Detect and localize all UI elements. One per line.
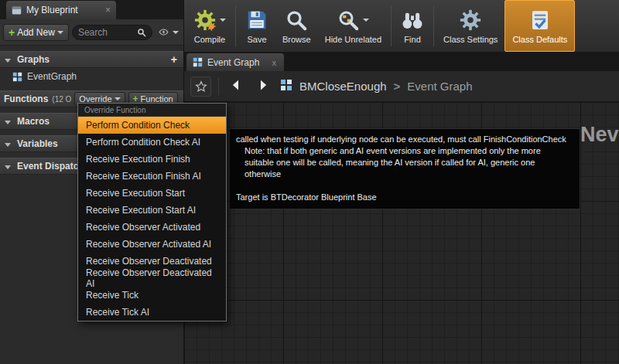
menu-item-receive-observer-deactivated-ai[interactable]: Receive Observer Deactivated AI bbox=[78, 270, 226, 287]
breadcrumb-chevron: > bbox=[394, 80, 401, 93]
find-label: Find bbox=[404, 35, 420, 44]
toolbar-separator bbox=[433, 5, 434, 46]
back-button[interactable] bbox=[226, 78, 246, 94]
arrow-right-icon bbox=[255, 78, 271, 92]
menu-item-receive-execution-finish[interactable]: Receive Execution Finish bbox=[78, 151, 226, 168]
macros-label: Macros bbox=[17, 116, 50, 127]
menu-item-receive-execution-start-ai[interactable]: Receive Execution Start AI bbox=[78, 202, 226, 219]
add-new-button[interactable]: + Add New bbox=[3, 24, 69, 41]
add-graph-icon[interactable]: + bbox=[171, 53, 180, 66]
eye-icon bbox=[157, 27, 170, 37]
tree-item-eventgraph[interactable]: EventGraph bbox=[0, 68, 183, 85]
expander-down-icon[interactable] bbox=[5, 143, 11, 147]
menu-item-receive-tick[interactable]: Receive Tick bbox=[78, 287, 226, 304]
toolbar-separator bbox=[235, 5, 236, 46]
menu-item-perform-condition-check-ai[interactable]: Perform Condition Check AI bbox=[78, 134, 226, 151]
graph-canvas[interactable]: Nev called when testing if underlying no… bbox=[184, 102, 619, 364]
eventgraph-label: EventGraph bbox=[27, 71, 77, 82]
menu-item-receive-observer-activated[interactable]: Receive Observer Activated bbox=[78, 219, 226, 236]
search-input[interactable] bbox=[78, 27, 134, 38]
close-tab-icon[interactable]: x bbox=[272, 58, 276, 67]
class-settings-gear-icon bbox=[459, 9, 482, 32]
expander-down-icon[interactable] bbox=[5, 59, 11, 63]
variables-label: Variables bbox=[17, 138, 58, 149]
graphs-label: Graphs bbox=[17, 54, 50, 65]
my-blueprint-tab-title: My Blueprint bbox=[26, 5, 78, 15]
search-box[interactable] bbox=[72, 25, 152, 40]
browse-magnifier-icon bbox=[285, 9, 308, 32]
override-tooltip: called when testing if underlying node c… bbox=[229, 128, 580, 209]
plus-icon: + bbox=[9, 27, 15, 38]
menu-item-receive-observer-activated-ai[interactable]: Receive Observer Activated AI bbox=[78, 236, 226, 253]
chevron-down-icon bbox=[57, 31, 63, 34]
browse-label: Browse bbox=[282, 35, 311, 44]
chevron-down-icon bbox=[173, 31, 179, 34]
class-defaults-label: Class Defaults bbox=[512, 35, 567, 44]
menu-item-perform-condition-check[interactable]: Perform Condition Check bbox=[78, 117, 226, 134]
functions-count: (12 O bbox=[52, 95, 71, 104]
hide-unrelated-button[interactable]: Hide Unrelated bbox=[318, 0, 388, 52]
breadcrumb-separator-line bbox=[218, 77, 219, 96]
add-new-label: Add New bbox=[17, 27, 55, 38]
tooltip-line: suitable one will be called, meaning the… bbox=[236, 157, 573, 180]
event-graph-icon bbox=[12, 72, 22, 82]
graph-tabstrip: Event Graph x bbox=[184, 53, 619, 71]
blueprint-editor-window: My Blueprint × + Add New Graphs + bbox=[0, 0, 619, 364]
graph-tab-icon bbox=[193, 57, 203, 67]
class-settings-label: Class Settings bbox=[443, 35, 498, 44]
section-graphs[interactable]: Graphs + bbox=[0, 51, 183, 68]
breadcrumb-root[interactable]: BMCloseEnough bbox=[299, 80, 387, 93]
chevron-down-icon[interactable] bbox=[363, 19, 369, 22]
browse-button[interactable]: Browse bbox=[275, 0, 318, 52]
graph-editor-area: Compile Save Browse Hide U bbox=[184, 0, 619, 364]
visibility-filter-button[interactable] bbox=[156, 26, 180, 39]
expander-down-icon[interactable] bbox=[5, 165, 11, 169]
my-blueprint-tabbar: My Blueprint × bbox=[0, 0, 183, 19]
compile-button[interactable]: Compile bbox=[186, 0, 233, 52]
arrow-left-icon bbox=[228, 78, 244, 92]
chevron-down-icon bbox=[115, 97, 121, 100]
override-menu-header: Override Function bbox=[78, 104, 226, 117]
hide-unrelated-label: Hide Unrelated bbox=[325, 35, 381, 44]
override-function-menu: Override Function Perform Condition Chec… bbox=[77, 103, 227, 321]
save-label: Save bbox=[247, 35, 266, 44]
class-defaults-button[interactable]: Class Defaults bbox=[504, 0, 575, 52]
tooltip-spacer bbox=[236, 180, 573, 192]
search-icon bbox=[137, 28, 146, 37]
save-button[interactable]: Save bbox=[238, 0, 275, 52]
functions-label: Functions bbox=[4, 94, 48, 104]
blueprint-icon bbox=[280, 79, 292, 94]
star-icon bbox=[194, 80, 208, 94]
class-settings-button[interactable]: Class Settings bbox=[436, 0, 504, 52]
main-toolbar: Compile Save Browse Hide U bbox=[184, 0, 619, 53]
graph-watermark-partial: Nev bbox=[580, 123, 619, 147]
compile-gear-icon bbox=[193, 9, 217, 32]
breadcrumb-bar: BMCloseEnough > Event Graph bbox=[184, 71, 619, 102]
save-floppy-icon bbox=[245, 9, 268, 32]
tab-event-graph[interactable]: Event Graph x bbox=[186, 53, 284, 71]
graph-tab-label: Event Graph bbox=[207, 57, 259, 68]
close-panel-icon[interactable]: × bbox=[105, 5, 111, 15]
tooltip-target-line: Target is BTDecorator Blueprint Base bbox=[236, 192, 573, 203]
find-binoculars-icon bbox=[401, 9, 424, 32]
expander-down-icon[interactable] bbox=[5, 121, 11, 124]
breadcrumb-current[interactable]: Event Graph bbox=[407, 80, 472, 93]
my-blueprint-toolbar: + Add New bbox=[0, 19, 183, 46]
tooltip-line: Note: that if both generic and AI event … bbox=[236, 145, 573, 157]
chevron-down-icon[interactable] bbox=[220, 19, 226, 22]
toolbar-separator bbox=[391, 5, 392, 46]
panel-window-icon bbox=[12, 5, 22, 15]
tooltip-line: called when testing if underlying node c… bbox=[236, 134, 573, 145]
compile-label: Compile bbox=[194, 35, 225, 44]
forward-button[interactable] bbox=[253, 78, 273, 94]
menu-item-receive-execution-start[interactable]: Receive Execution Start bbox=[78, 185, 226, 202]
class-defaults-icon bbox=[528, 9, 552, 32]
bookmark-button[interactable] bbox=[190, 77, 211, 97]
tab-my-blueprint[interactable]: My Blueprint × bbox=[6, 1, 116, 19]
hide-unrelated-icon bbox=[337, 9, 360, 32]
menu-item-receive-tick-ai[interactable]: Receive Tick AI bbox=[78, 304, 226, 321]
menu-item-receive-execution-finish-ai[interactable]: Receive Execution Finish AI bbox=[78, 168, 226, 185]
find-button[interactable]: Find bbox=[394, 0, 431, 52]
